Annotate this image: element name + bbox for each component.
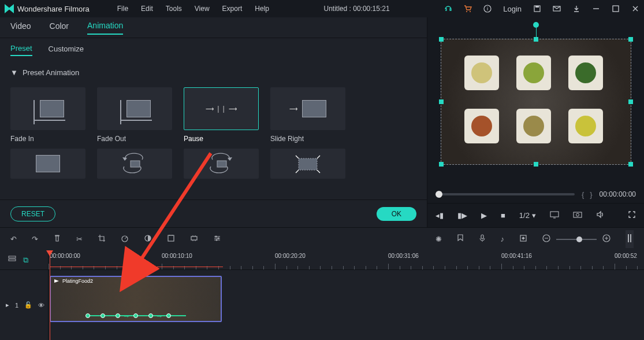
headphones-icon[interactable] — [444, 5, 452, 13]
resize-handle[interactable] — [628, 37, 633, 42]
subtab-customize[interactable]: Customize — [49, 45, 84, 56]
cart-icon[interactable] — [464, 5, 472, 13]
mail-icon[interactable] — [553, 5, 561, 13]
sub-tabs: Preset Customize — [0, 38, 427, 61]
audio-mixer-icon[interactable]: ♪ — [501, 235, 505, 243]
resize-handle[interactable] — [628, 99, 633, 104]
marker-icon[interactable] — [457, 234, 464, 244]
volume-icon[interactable] — [596, 210, 604, 220]
resize-handle[interactable] — [628, 162, 633, 167]
app-logo: Wondershare Filmora — [5, 4, 90, 13]
zoom-in-icon[interactable] — [602, 234, 611, 244]
keyframe-dot[interactable] — [100, 313, 105, 318]
resize-handle[interactable] — [534, 162, 538, 167]
logo-icon — [5, 4, 14, 13]
preset-item[interactable] — [10, 149, 85, 179]
link-icon[interactable]: ⧉ — [23, 256, 28, 265]
close-icon[interactable] — [631, 5, 639, 13]
preset-slide-right[interactable]: ⟶ Slide Right — [270, 87, 345, 143]
track-body[interactable]: 00:00:00:00 00:00:10:10 00:00:20:20 00:0… — [49, 250, 644, 340]
detach-icon[interactable] — [190, 234, 198, 244]
preset-item[interactable] — [270, 149, 345, 179]
zoom-out-icon[interactable] — [542, 234, 550, 244]
menu-view[interactable]: View — [195, 5, 210, 13]
track-visibility-icon[interactable]: 👁 — [38, 302, 44, 309]
resize-handle[interactable] — [439, 162, 444, 167]
reset-button[interactable]: RESET — [10, 206, 55, 221]
resize-handle[interactable] — [534, 37, 538, 42]
menu-export[interactable]: Export — [222, 5, 243, 13]
preset-item[interactable] — [97, 149, 172, 179]
video-clip[interactable]: PlatingFood2 → → — [50, 276, 222, 322]
redo-icon[interactable]: ↷ — [32, 235, 38, 243]
adjust-icon[interactable] — [213, 234, 221, 244]
play-pause-icon[interactable]: ▮▶ — [457, 211, 467, 220]
track-header-top: ⧉ — [0, 250, 48, 270]
preset-pause[interactable]: ⟶ │ │ ⟶ Pause — [184, 87, 259, 143]
playback-quality[interactable]: 1/2 ▾ — [519, 211, 536, 220]
zoom-slider[interactable] — [556, 239, 597, 240]
menu-tools[interactable]: Tools — [166, 5, 182, 13]
display-icon[interactable] — [550, 211, 559, 220]
preset-label: Slide Right — [270, 135, 345, 143]
color-icon[interactable] — [144, 234, 152, 244]
delete-icon[interactable] — [53, 234, 61, 244]
split-icon[interactable]: ✂ — [76, 235, 83, 243]
svg-point-1 — [470, 11, 471, 12]
info-icon[interactable]: i — [483, 5, 492, 13]
preset-section-header[interactable]: ▼ Preset Animation — [0, 61, 427, 84]
manage-tracks-icon[interactable] — [8, 256, 16, 264]
menu-edit[interactable]: Edit — [141, 5, 153, 13]
svg-point-17 — [576, 213, 579, 216]
fullscreen-icon[interactable] — [628, 210, 636, 220]
subtab-preset[interactable]: Preset — [10, 44, 32, 56]
ok-button[interactable]: OK — [377, 207, 416, 221]
menu-help[interactable]: Help — [255, 5, 269, 13]
preset-label: Pause — [184, 135, 259, 143]
tab-video[interactable]: Video — [10, 21, 31, 34]
snapshot-icon[interactable] — [573, 211, 582, 220]
svg-line-19 — [125, 237, 126, 239]
undo-icon[interactable]: ↶ — [10, 235, 17, 243]
tab-color[interactable]: Color — [50, 21, 69, 34]
speed-icon[interactable] — [121, 234, 129, 244]
keyframe-dot[interactable] — [85, 313, 90, 318]
timeline-tools-icon[interactable] — [626, 230, 634, 248]
resize-handle[interactable] — [439, 99, 444, 104]
keyframe-icon[interactable] — [519, 234, 527, 244]
preview-content — [516, 56, 551, 90]
crop-icon[interactable] — [98, 234, 106, 244]
download-icon[interactable] — [572, 5, 580, 13]
maximize-icon[interactable] — [612, 5, 620, 13]
render-icon[interactable]: ✺ — [435, 235, 442, 243]
voiceover-icon[interactable] — [479, 234, 486, 244]
track-lock-icon[interactable]: 🔓 — [24, 301, 32, 309]
save-icon[interactable] — [533, 5, 541, 13]
scrub-handle[interactable] — [435, 191, 442, 198]
preview-viewport[interactable] — [427, 17, 644, 186]
menu-file[interactable]: File — [117, 5, 128, 13]
keyframe-dot[interactable] — [166, 313, 171, 318]
play-icon[interactable]: ▶ — [481, 211, 487, 220]
preset-item[interactable] — [184, 149, 259, 179]
keyframe-dot[interactable] — [148, 313, 153, 318]
mark-in-icon[interactable]: { — [582, 190, 584, 199]
mark-out-icon[interactable]: } — [590, 190, 592, 199]
preset-fade-in[interactable]: Fade In — [10, 87, 85, 143]
track-header-column: ⧉ ▸ 1 🔓 👁 — [0, 250, 49, 340]
playhead[interactable] — [50, 250, 50, 340]
svg-text:i: i — [487, 6, 488, 12]
minimize-icon[interactable] — [592, 5, 600, 13]
prev-frame-icon[interactable]: ◂▮ — [435, 211, 444, 220]
keyframe-dot[interactable] — [133, 313, 138, 318]
tab-animation[interactable]: Animation — [87, 21, 123, 35]
stop-icon[interactable]: ■ — [501, 211, 505, 220]
keyframe-dot[interactable] — [116, 313, 120, 318]
green-screen-icon[interactable] — [167, 234, 175, 244]
login-link[interactable]: Login — [503, 5, 522, 13]
preview-canvas[interactable] — [441, 39, 631, 165]
svg-point-30 — [216, 239, 218, 241]
scrub-track[interactable] — [435, 193, 575, 195]
preset-fade-out[interactable]: Fade Out — [97, 87, 172, 143]
resize-handle[interactable] — [439, 37, 444, 42]
